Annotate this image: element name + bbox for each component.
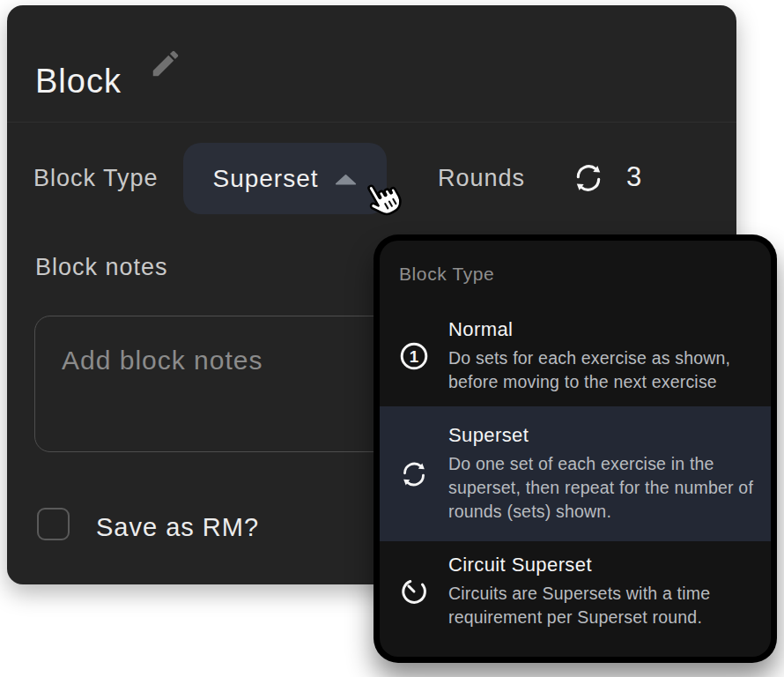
option-title: Circuit Superset <box>448 554 710 577</box>
save-rm-checkbox[interactable] <box>37 508 70 540</box>
number-one-circle-icon: 1 <box>397 340 431 372</box>
chevron-up-icon <box>334 174 358 185</box>
option-description: Circuits are Supersets with a time requi… <box>448 582 710 629</box>
cycle-icon <box>397 458 431 490</box>
timer-icon <box>397 576 431 607</box>
menu-option-circuit-superset[interactable]: Circuit Superset Circuits are Supersets … <box>380 541 771 642</box>
option-description: Do one set of each exercise in the super… <box>448 452 753 524</box>
cycle-rounds-icon[interactable] <box>571 160 606 196</box>
save-rm-label: Save as RM? <box>96 513 259 542</box>
block-type-menu: Block Type 1 Normal Do sets for each exe… <box>374 234 777 663</box>
rounds-label: Rounds <box>438 165 525 191</box>
menu-options: 1 Normal Do sets for each exercise as sh… <box>380 306 771 642</box>
block-type-label: Block Type <box>33 165 159 191</box>
option-title: Normal <box>448 318 730 341</box>
block-type-value: Superset <box>212 165 318 193</box>
option-title: Superset <box>448 424 753 447</box>
header-divider <box>7 122 736 123</box>
svg-text:1: 1 <box>410 347 418 366</box>
block-type-dropdown[interactable]: Superset <box>183 143 387 214</box>
menu-header: Block Type <box>399 264 771 285</box>
page-title: Block <box>35 63 122 100</box>
menu-option-normal[interactable]: 1 Normal Do sets for each exercise as sh… <box>380 306 771 406</box>
pencil-edit-icon[interactable] <box>149 47 182 80</box>
option-description: Do sets for each exercise as shown, befo… <box>448 346 730 394</box>
menu-option-superset[interactable]: Superset Do one set of each exercise in … <box>380 406 771 541</box>
block-notes-label: Block notes <box>35 254 168 280</box>
screenshot-root: Block Block Type Superset Rounds 3 Bloc <box>0 0 784 677</box>
rounds-value[interactable]: 3 <box>626 161 642 193</box>
block-notes-placeholder: Add block notes <box>62 346 263 376</box>
